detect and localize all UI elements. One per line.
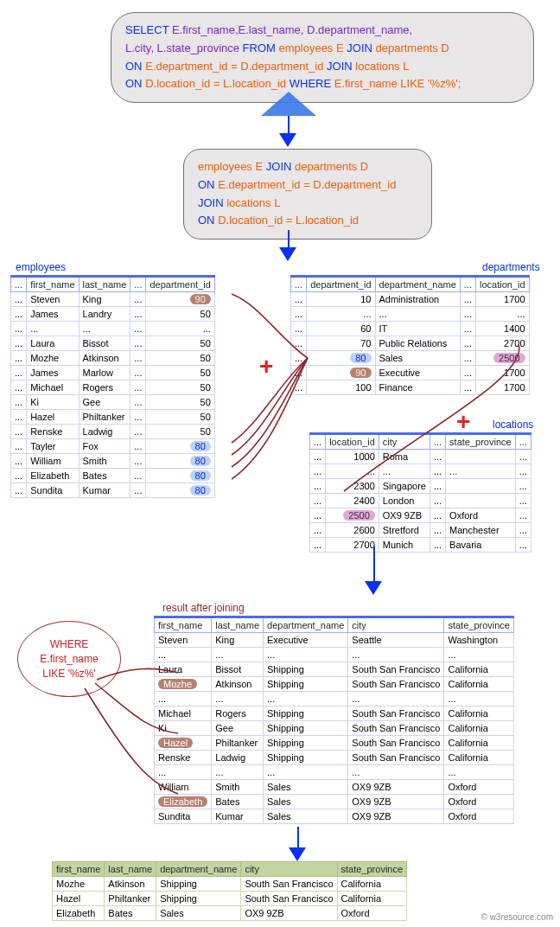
col-header: state_province bbox=[444, 617, 514, 633]
table-row: ...2300Singapore...... bbox=[310, 479, 531, 494]
table-row: ...100Finance...1700 bbox=[291, 380, 530, 395]
table-row: ElizabethBatesSalesOX9 9ZBOxford bbox=[155, 795, 514, 809]
cond-where: E.first_name LIKE '%z%'; bbox=[334, 77, 461, 90]
col-header: department_id bbox=[146, 277, 214, 292]
tbl-dep: departments D bbox=[376, 42, 449, 54]
table-row: ...MozheAtkinson...50 bbox=[11, 351, 215, 366]
table-row: ............... bbox=[155, 648, 514, 662]
col-header: ... bbox=[460, 277, 475, 292]
col-header: last_name bbox=[105, 862, 156, 877]
table-row: MichaelRogersShippingSouth San Francisco… bbox=[155, 706, 514, 721]
kw-join2: JOIN bbox=[327, 60, 355, 73]
label-employees: employees bbox=[16, 261, 66, 273]
locations-table: ...location_idcity...state_province.....… bbox=[309, 432, 531, 553]
table-row: ...2400London...... bbox=[310, 494, 531, 508]
departments-table: ...department_iddepartment_name...locati… bbox=[290, 275, 530, 395]
col-header: location_id bbox=[475, 277, 529, 292]
kw-where: WHERE bbox=[290, 77, 334, 90]
sql-cols-1: E.first_name,E.last_name, D.department_n… bbox=[172, 23, 412, 36]
table-row: ...KiGee...50 bbox=[11, 395, 215, 410]
joined-result-table: first_namelast_namedepartment_namecityst… bbox=[154, 616, 514, 824]
col-header: first_name bbox=[155, 617, 212, 633]
col-header: ... bbox=[310, 434, 326, 450]
table-row: ............... bbox=[11, 322, 215, 336]
table-row: RenskeLadwigShippingSouth San FranciscoC… bbox=[155, 751, 514, 765]
col-header: city bbox=[348, 617, 444, 633]
table-row: ...70Public Relations...2700 bbox=[291, 336, 530, 351]
table-row: ElizabethBatesSalesOX9 9ZBOxford bbox=[53, 906, 407, 921]
label-departments: departments bbox=[482, 261, 540, 273]
table-row: ...SunditaKumar...80 bbox=[11, 483, 215, 498]
diagram-canvas: SELECT E.first_name,E.last_name, D.depar… bbox=[0, 0, 560, 927]
col-header: department_name bbox=[375, 277, 460, 292]
table-row: HazelPhiltankerShippingSouth San Francis… bbox=[155, 736, 514, 751]
sql-query-bubble: SELECT E.first_name,E.last_name, D.depar… bbox=[111, 12, 534, 103]
arrow-down-icon bbox=[289, 847, 306, 861]
table-row: ...HazelPhiltanker...50 bbox=[11, 410, 215, 425]
col-header: ... bbox=[130, 277, 146, 292]
table-row: ...TaylerFox...80 bbox=[11, 439, 215, 454]
table-row: KiGeeShippingSouth San FranciscoCaliforn… bbox=[155, 721, 514, 736]
col-header: ... bbox=[430, 434, 445, 450]
label-result-joining: result after joining bbox=[162, 602, 245, 614]
table-row: ...LauraBissot...50 bbox=[11, 336, 215, 351]
join-subquery-bubble: employees E JOIN departments D ON E.depa… bbox=[183, 149, 432, 240]
where-clause-bubble: WHERE E.first_name LIKE '%z%' bbox=[17, 621, 121, 697]
table-row: ...2600Stretford...Manchester... bbox=[310, 523, 531, 538]
table-row: ...WilliamSmith...80 bbox=[11, 454, 215, 469]
table-row: MozheAtkinsonShippingSouth San Francisco… bbox=[53, 877, 407, 892]
sql-cols-2: L.city, L.state_province bbox=[125, 42, 243, 54]
table-row: StevenKingExecutiveSeattleWashington bbox=[155, 633, 514, 648]
arrow-down-icon bbox=[365, 581, 382, 595]
table-row: ............... bbox=[291, 307, 530, 322]
table-row: MozheAtkinsonShippingSouth San Francisco… bbox=[155, 677, 514, 692]
plus-icon: + bbox=[456, 408, 470, 436]
plus-icon: + bbox=[259, 353, 273, 380]
table-row: HazelPhiltankerShippingSouth San Francis… bbox=[53, 892, 407, 906]
table-row: ...ElizabethBates...80 bbox=[11, 469, 215, 483]
kw-on2: ON bbox=[125, 77, 145, 90]
table-row: ...2700Munich...Bavaria... bbox=[310, 538, 531, 553]
col-header: city bbox=[241, 862, 337, 877]
table-row: .................. bbox=[310, 464, 531, 479]
label-locations: locations bbox=[493, 419, 533, 431]
col-header: state_province bbox=[337, 862, 407, 877]
final-result-table: first_namelast_namedepartment_namecityst… bbox=[52, 861, 407, 921]
table-row: ...StevenKing...90 bbox=[11, 292, 215, 307]
table-row: ...10Administration...1700 bbox=[291, 292, 530, 307]
col-header: first_name bbox=[53, 862, 105, 877]
watermark: © w3resource.com bbox=[480, 912, 553, 922]
cond-on1: E.department_id = D.department_id bbox=[145, 60, 327, 73]
employees-table: ...first_namelast_name...department_id..… bbox=[10, 275, 215, 498]
arrow-down-icon bbox=[279, 133, 296, 147]
kw-select: SELECT bbox=[125, 23, 172, 36]
col-header: last_name bbox=[79, 277, 130, 292]
kw-on1: ON bbox=[125, 60, 145, 73]
bubble-pointer-icon bbox=[261, 92, 316, 116]
col-header: ... bbox=[11, 277, 27, 292]
table-row: SunditaKumarSalesOX9 9ZBOxford bbox=[155, 809, 514, 824]
tbl-loc: locations L bbox=[355, 60, 409, 73]
table-row: ...60IT...1400 bbox=[291, 322, 530, 336]
col-header: last_name bbox=[212, 617, 264, 633]
table-row: LauraBissotShippingSouth San FranciscoCa… bbox=[155, 662, 514, 677]
table-row: ...1000Roma...... bbox=[310, 450, 531, 464]
col-header: department_id bbox=[307, 277, 375, 292]
col-header: ... bbox=[291, 277, 307, 292]
table-row: ...JamesMarlow...50 bbox=[11, 366, 215, 380]
col-header: department_name bbox=[156, 862, 241, 877]
col-header: first_name bbox=[27, 277, 79, 292]
col-header: department_name bbox=[264, 617, 348, 633]
col-header: ... bbox=[515, 434, 531, 450]
kw-join1: JOIN bbox=[347, 42, 375, 54]
table-row: ...MichaelRogers...50 bbox=[11, 380, 215, 395]
table-row: ............... bbox=[155, 692, 514, 706]
table-row: ...2500OX9 9ZB...Oxford... bbox=[310, 508, 531, 523]
table-row: ...RenskeLadwig...50 bbox=[11, 425, 215, 439]
kw-from: FROM bbox=[243, 42, 279, 54]
table-row: WilliamSmithSalesOX9 9ZBOxford bbox=[155, 780, 514, 795]
table-row: ...JamesLandry...50 bbox=[11, 307, 215, 322]
table-row: ...80Sales...2500 bbox=[291, 351, 530, 366]
table-row: ............... bbox=[155, 765, 514, 780]
col-header: city bbox=[379, 434, 430, 450]
